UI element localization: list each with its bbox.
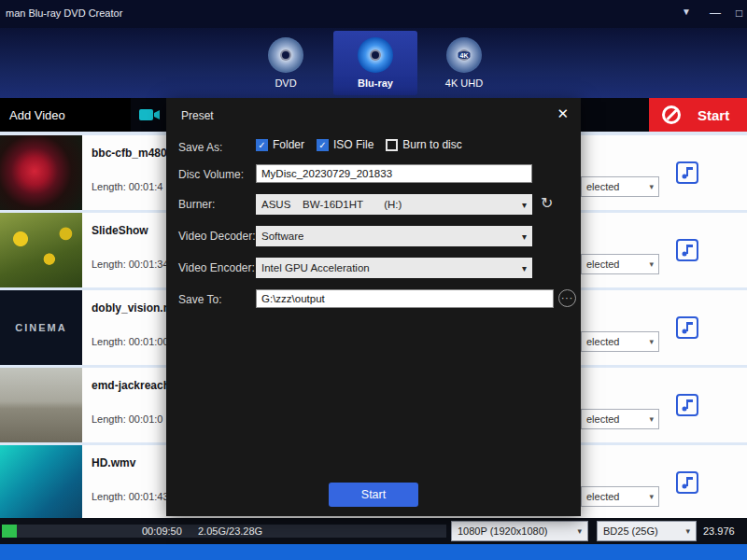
tab-label: DVD — [275, 77, 296, 89]
chevron-down-icon: ▾ — [649, 182, 654, 191]
audio-track-icon[interactable] — [674, 315, 702, 343]
video-length: Length: 00:01:00 — [92, 336, 169, 347]
audio-select-dropdown[interactable]: elected ▾ — [581, 254, 659, 274]
format-header: DVD Blu-ray 4K 4K UHD — [0, 28, 747, 98]
menu-caret-icon[interactable]: ▼ — [682, 7, 691, 17]
audio-select-dropdown[interactable]: elected ▾ — [581, 409, 659, 429]
camera-icon[interactable] — [138, 106, 161, 127]
video-decoder-label: Video Decoder: — [178, 230, 256, 243]
disc-type-dropdown[interactable]: BD25 (25G) ▾ — [597, 521, 697, 541]
frame-rate: 23.976 — [703, 525, 735, 537]
checkbox-label: ISO File — [333, 138, 374, 151]
start-button-icon — [662, 105, 681, 124]
save-as-label: Save As: — [178, 141, 222, 154]
dialog-start-button[interactable]: Start — [329, 483, 418, 507]
audio-track-icon[interactable] — [674, 237, 702, 265]
save-to-label: Save To: — [178, 293, 221, 306]
chevron-down-icon: ▾ — [522, 263, 527, 273]
chevron-down-icon: ▾ — [649, 414, 654, 424]
video-thumbnail — [0, 368, 82, 442]
statusbar: 00:09:50 2.05G/23.28G 1080P (1920x1080) … — [0, 518, 747, 544]
video-thumbnail — [0, 445, 82, 520]
chevron-down-icon: ▾ — [522, 200, 527, 210]
video-title: HD.wmv — [92, 456, 135, 469]
video-length: Length: 00:01:43 — [92, 491, 169, 502]
dropdown-value: elected — [586, 336, 619, 347]
dropdown-value: ASUS BW-16D1HT (H:) — [261, 199, 402, 210]
dropdown-value: elected — [586, 259, 619, 270]
close-icon[interactable]: ✕ — [557, 105, 569, 122]
thumbnail-text: CINEMA — [15, 322, 66, 333]
disc-volume-input[interactable] — [256, 164, 532, 183]
dropdown-value: elected — [586, 413, 619, 425]
checkbox-checked-icon[interactable]: ✓ — [256, 139, 268, 151]
minimize-icon[interactable]: — — [710, 7, 721, 20]
uhd-badge: 4K — [458, 52, 471, 59]
disc-volume-label: Disc Volume: — [178, 168, 244, 181]
video-decoder-dropdown[interactable]: Software ▾ — [256, 226, 532, 246]
tab-bluray[interactable]: Blu-ray — [333, 31, 417, 95]
chevron-down-icon: ▾ — [649, 337, 654, 346]
browse-dots-icon[interactable]: ··· — [558, 289, 576, 307]
burner-dropdown[interactable]: ASUS BW-16D1HT (H:) ▾ — [256, 194, 532, 215]
checkbox-iso-file[interactable]: ✓ ISO File — [317, 138, 374, 151]
video-thumbnail — [0, 213, 82, 287]
dropdown-value: Software — [261, 231, 303, 242]
video-title: bbc-cfb_m480p — [92, 147, 174, 160]
checkbox-folder[interactable]: ✓ Folder — [256, 138, 304, 151]
add-video-button[interactable]: Add Video — [0, 98, 131, 132]
resolution-dropdown[interactable]: 1080P (1920x1080) ▾ — [451, 521, 588, 541]
bottom-strip — [0, 544, 747, 560]
video-encoder-dropdown[interactable]: Intel GPU Acceleration ▾ — [256, 258, 532, 278]
tab-dvd[interactable]: DVD — [244, 31, 328, 95]
audio-track-icon[interactable] — [674, 392, 702, 420]
size-usage: 2.05G/23.28G — [198, 525, 262, 537]
dropdown-value: elected — [586, 491, 619, 502]
dropdown-value: Intel GPU Acceleration — [261, 262, 370, 273]
preset-dialog: Preset ✕ Save As: ✓ Folder ✓ ISO File Bu… — [166, 98, 581, 516]
checkbox-checked-icon[interactable]: ✓ — [317, 139, 329, 151]
video-thumbnail: CINEMA — [0, 290, 82, 365]
checkbox-unchecked-icon[interactable] — [386, 139, 398, 151]
audio-select-dropdown[interactable]: elected ▾ — [581, 176, 659, 197]
save-as-options: ✓ Folder ✓ ISO File Burn to disc — [256, 138, 462, 151]
chevron-down-icon: ▾ — [685, 526, 690, 536]
app-window: man Blu-ray DVD Creator ▼ — □ DVD Blu-ra… — [0, 0, 747, 560]
video-length: Length: 00:01:34 — [92, 259, 169, 270]
audio-select-dropdown[interactable]: elected ▾ — [581, 331, 659, 352]
video-title: emd-jackreache — [92, 379, 176, 392]
uhd-disc-icon: 4K — [446, 37, 482, 73]
chevron-down-icon: ▾ — [649, 492, 654, 501]
chevron-down-icon: ▾ — [649, 259, 654, 269]
dialog-title: Preset — [181, 109, 214, 122]
checkbox-burn-to-disc[interactable]: Burn to disc — [386, 138, 461, 151]
tab-label: Blu-ray — [358, 77, 393, 89]
chevron-down-icon: ▾ — [522, 231, 527, 242]
video-length: Length: 00:01:0 — [92, 413, 162, 425]
titlebar: man Blu-ray DVD Creator ▼ — □ — [0, 0, 747, 28]
app-title: man Blu-ray DVD Creator — [6, 7, 122, 19]
video-title: SlideShow — [92, 224, 148, 237]
tab-label: 4K UHD — [445, 77, 483, 89]
refresh-icon[interactable]: ↻ — [541, 194, 553, 212]
video-encoder-label: Video Encoder: — [178, 261, 255, 274]
dropdown-value: 1080P (1920x1080) — [458, 525, 547, 537]
dropdown-value: BD25 (25G) — [603, 525, 658, 537]
dropdown-value: elected — [586, 181, 619, 192]
burner-label: Burner: — [178, 198, 215, 211]
checkbox-label: Burn to disc — [402, 138, 461, 151]
audio-select-dropdown[interactable]: elected ▾ — [581, 486, 659, 507]
save-to-input[interactable] — [256, 289, 554, 308]
audio-track-icon[interactable] — [674, 160, 702, 188]
checkbox-label: Folder — [273, 138, 304, 151]
dvd-disc-icon — [268, 37, 303, 73]
progress-fill — [2, 525, 17, 538]
video-thumbnail — [0, 135, 82, 210]
start-burn-button[interactable]: Start — [649, 98, 747, 132]
start-button-label: Start — [698, 107, 729, 123]
maximize-icon[interactable]: □ — [736, 7, 742, 20]
audio-track-icon[interactable] — [674, 469, 702, 497]
total-time: 00:09:50 — [142, 525, 182, 537]
tab-4k-uhd[interactable]: 4K 4K UHD — [422, 31, 506, 95]
bluray-disc-icon — [358, 37, 393, 73]
